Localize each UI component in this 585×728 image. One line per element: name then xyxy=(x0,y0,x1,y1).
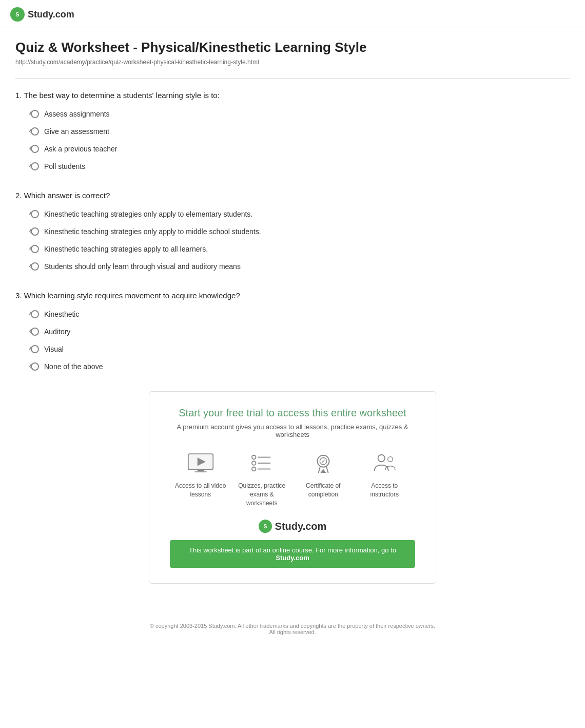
feature-certificate-label: Certificate of completion xyxy=(295,482,352,499)
option-label: Give an assessment xyxy=(44,127,109,136)
radio-q2-a[interactable] xyxy=(31,210,39,218)
svg-point-10 xyxy=(252,467,256,471)
feature-quizzes-label: Quizzes, practice exams & worksheets xyxy=(233,482,290,507)
svg-rect-5 xyxy=(194,471,206,472)
option-label: Students should only learn through visua… xyxy=(44,262,241,271)
svg-text:✓: ✓ xyxy=(321,458,325,464)
svg-point-18 xyxy=(378,455,385,462)
cta-text: This worksheet is part of an online cour… xyxy=(189,546,396,554)
radio-q3-a[interactable] xyxy=(31,310,39,318)
option-label: Visual xyxy=(44,345,64,353)
promo-container: Start your free trial to access this ent… xyxy=(15,391,570,584)
svg-rect-4 xyxy=(197,470,204,472)
list-item: Give an assessment xyxy=(31,127,570,136)
list-icon xyxy=(246,451,277,476)
svg-text:S: S xyxy=(263,524,267,529)
monitor-play-icon xyxy=(185,451,216,476)
option-label: Kinesthetic teaching strategies apply to… xyxy=(44,245,208,253)
promo-logo-icon: S xyxy=(259,520,272,533)
promo-box: Start your free trial to access this ent… xyxy=(149,391,436,584)
instructor-icon xyxy=(369,451,400,476)
question-2-options: Kinesthetic teaching strategies only app… xyxy=(15,210,570,271)
footer: © copyright 2003-2015 Study.com. All oth… xyxy=(0,615,585,645)
list-item: Kinesthetic teaching strategies only app… xyxy=(31,227,570,236)
promo-subtitle: A premium account gives you access to al… xyxy=(170,423,415,438)
svg-line-15 xyxy=(326,466,328,473)
list-item: Kinesthetic teaching strategies only app… xyxy=(31,210,570,218)
feature-instructors-label: Access to instructors xyxy=(356,482,413,499)
list-item: Auditory xyxy=(31,328,570,336)
divider xyxy=(15,78,570,79)
radio-q2-c[interactable] xyxy=(31,245,39,253)
option-label: Ask a previous teacher xyxy=(44,145,117,153)
list-item: Assess assignments xyxy=(31,110,570,118)
promo-cta-banner: This worksheet is part of an online cour… xyxy=(170,540,415,568)
svg-point-19 xyxy=(388,457,393,462)
rights-text: All rights reserved. xyxy=(10,629,575,635)
promo-logo-text: Study.com xyxy=(275,521,327,532)
list-item: Kinesthetic xyxy=(31,310,570,318)
promo-logo: S Study.com xyxy=(170,520,415,533)
list-item: Students should only learn through visua… xyxy=(31,262,570,271)
svg-point-6 xyxy=(252,455,256,459)
question-1-text: 1. The best way to determine a students'… xyxy=(15,91,570,100)
feature-certificate: ✓ Certificate of completion xyxy=(295,451,352,507)
option-label: None of the above xyxy=(44,362,103,371)
feature-video-label: Access to all video lessons xyxy=(172,482,229,499)
radio-q1-c[interactable] xyxy=(31,145,39,153)
svg-text:S: S xyxy=(15,11,19,17)
svg-point-8 xyxy=(252,461,256,465)
radio-q3-c[interactable] xyxy=(31,345,39,353)
option-label: Kinesthetic teaching strategies only app… xyxy=(44,210,252,218)
svg-line-14 xyxy=(318,466,320,473)
option-label: Auditory xyxy=(44,328,70,336)
radio-q3-b[interactable] xyxy=(31,328,39,336)
radio-q3-d[interactable] xyxy=(31,362,39,371)
radio-q2-d[interactable] xyxy=(31,262,39,271)
list-item: Visual xyxy=(31,345,570,353)
page-url: http://study.com/academy/practice/quiz-w… xyxy=(15,59,570,66)
radio-q1-a[interactable] xyxy=(31,110,39,118)
promo-title: Start your free trial to access this ent… xyxy=(170,407,415,419)
logo: S Study.com xyxy=(10,7,575,22)
question-3-text: 3. Which learning style requires movemen… xyxy=(15,291,570,300)
promo-features: Access to all video lessons xyxy=(170,451,415,507)
svg-marker-16 xyxy=(320,469,326,473)
feature-quizzes: Quizzes, practice exams & worksheets xyxy=(233,451,290,507)
question-3-options: Kinesthetic Auditory Visual None of the … xyxy=(15,310,570,371)
option-label: Kinesthetic xyxy=(44,310,79,318)
main-content: Quiz & Worksheet - Physical/Kinesthetic … xyxy=(0,27,585,615)
list-item: None of the above xyxy=(31,362,570,371)
certificate-icon: ✓ xyxy=(308,451,339,476)
radio-q1-b[interactable] xyxy=(31,127,39,136)
copyright-text: © copyright 2003-2015 Study.com. All oth… xyxy=(10,623,575,629)
option-label: Assess assignments xyxy=(44,110,110,118)
question-2: 2. Which answer is correct? Kinesthetic … xyxy=(15,191,570,271)
radio-q2-b[interactable] xyxy=(31,227,39,236)
logo-icon: S xyxy=(10,7,25,22)
feature-instructors: Access to instructors xyxy=(356,451,413,507)
header: S Study.com xyxy=(0,0,585,27)
question-1-options: Assess assignments Give an assessment As… xyxy=(15,110,570,170)
page-title: Quiz & Worksheet - Physical/Kinesthetic … xyxy=(15,40,570,55)
list-item: Kinesthetic teaching strategies apply to… xyxy=(31,245,570,253)
question-1: 1. The best way to determine a students'… xyxy=(15,91,570,170)
list-item: Poll students xyxy=(31,162,570,170)
cta-link[interactable]: Study.com xyxy=(276,554,309,562)
question-2-text: 2. Which answer is correct? xyxy=(15,191,570,200)
option-label: Poll students xyxy=(44,162,85,170)
feature-video: Access to all video lessons xyxy=(172,451,229,507)
radio-q1-d[interactable] xyxy=(31,162,39,170)
option-label: Kinesthetic teaching strategies only app… xyxy=(44,227,261,236)
logo-text: Study.com xyxy=(28,9,74,20)
question-3: 3. Which learning style requires movemen… xyxy=(15,291,570,371)
list-item: Ask a previous teacher xyxy=(31,145,570,153)
